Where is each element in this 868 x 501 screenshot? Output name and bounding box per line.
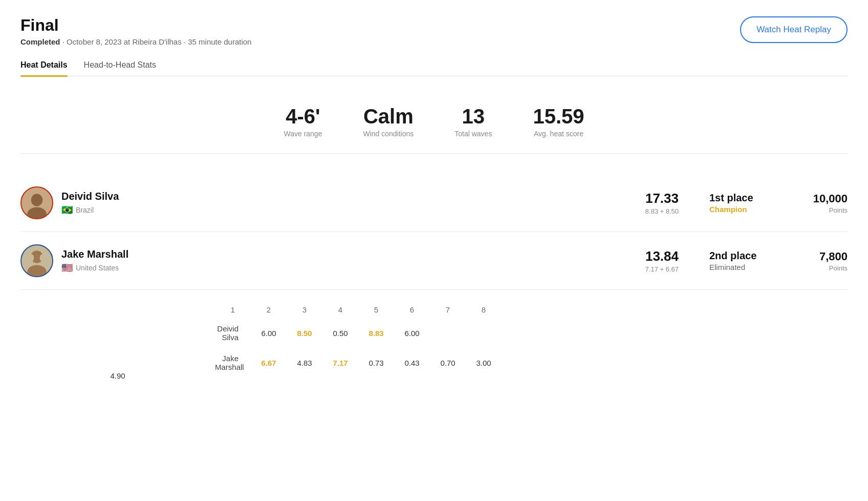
jake-wave-1: 6.67 [251, 359, 287, 367]
deivid-wave-3: 0.50 [322, 329, 358, 338]
heat-total-deivid: 17.33 [645, 191, 679, 206]
place-label-deivid: 1st place [709, 192, 771, 204]
wave-col-8: 8 [466, 305, 502, 314]
points-block-deivid: 10,000 Points [801, 192, 848, 214]
points-value-jake: 7,800 [801, 250, 848, 263]
heat-breakdown-deivid: 8.83 + 8.50 [645, 207, 679, 215]
avatar-jake [20, 244, 53, 277]
wave-range-label: Wave range [284, 130, 322, 138]
surfer-info-jake: Jake Marshall 🇺🇸 United States [20, 244, 645, 277]
svg-point-7 [40, 254, 46, 262]
status-text: Completed [20, 37, 60, 46]
wave-name-deivid: Deivid Silva [215, 324, 251, 342]
points-label-jake: Points [801, 264, 848, 272]
place-block-deivid: 1st place Champion [709, 192, 771, 214]
surfer-country-deivid: 🇧🇷 Brazil [61, 204, 119, 216]
header-left: Final Completed · October 8, 2023 at Rib… [20, 16, 251, 46]
wave-col-4: 4 [322, 305, 358, 314]
avatar-deivid-svg [21, 186, 52, 219]
deivid-wave-1: 6.00 [251, 329, 287, 338]
stats-row: 4-6' Wave range Calm Wind conditions 13 … [20, 95, 848, 154]
subtitle-separator2: at [124, 37, 133, 46]
points-label-deivid: Points [801, 206, 848, 214]
surfer-row-jake: Jake Marshall 🇺🇸 United States 13.84 7.1… [20, 232, 848, 290]
wind-conditions-label: Wind conditions [363, 130, 414, 138]
page-header: Final Completed · October 8, 2023 at Rib… [20, 16, 848, 46]
place-label-jake: 2nd place [709, 250, 771, 262]
country-name-deivid: Brazil [76, 206, 94, 214]
total-waves-value: 13 [454, 105, 492, 128]
surfer-name-deivid: Deivid Silva [61, 191, 119, 202]
stat-wind-conditions: Calm Wind conditions [363, 105, 414, 138]
svg-point-1 [31, 194, 43, 206]
jake-wave-7: 3.00 [466, 359, 502, 367]
subtitle-separator: · [62, 37, 67, 46]
wave-col-5: 5 [358, 305, 394, 314]
stat-avg-heat-score: 15.59 Avg. heat score [533, 105, 584, 138]
deivid-wave-5: 6.00 [394, 329, 430, 338]
heat-total-jake: 13.84 [645, 248, 679, 264]
wave-col-2: 2 [251, 305, 287, 314]
wave-row-jake: Jake Marshall 6.67 4.83 7.17 0.73 0.43 0… [20, 348, 848, 386]
avg-heat-score-label: Avg. heat score [533, 130, 584, 138]
event-location: Ribeira D'ilhas [132, 37, 181, 46]
eliminated-label-jake: Eliminated [709, 263, 771, 272]
champion-label-deivid: Champion [709, 205, 771, 214]
surfer-info-deivid: Deivid Silva 🇧🇷 Brazil [20, 186, 645, 219]
surfer-country-jake: 🇺🇸 United States [61, 262, 128, 274]
jake-wave-8: 4.90 [20, 371, 215, 380]
jake-wave-3: 7.17 [322, 359, 358, 367]
jake-wave-5: 0.43 [394, 359, 430, 367]
flag-deivid: 🇧🇷 [61, 204, 73, 216]
surfer-name-jake: Jake Marshall [61, 248, 128, 260]
deivid-wave-4: 8.83 [358, 329, 394, 338]
country-name-jake: United States [76, 264, 119, 272]
jake-wave-2: 4.83 [287, 359, 322, 367]
heat-score-deivid: 17.33 8.83 + 8.50 [645, 191, 679, 215]
wave-table-header: 1 2 3 4 5 6 7 8 [20, 305, 848, 314]
avatar-wrapper-deivid [20, 186, 53, 219]
place-block-jake: 2nd place Eliminated [709, 250, 771, 272]
surfer-details-jake: Jake Marshall 🇺🇸 United States [61, 248, 128, 274]
stat-total-waves: 13 Total waves [454, 105, 492, 138]
tab-heat-details[interactable]: Heat Details [20, 60, 68, 76]
surfer-row-deivid: Deivid Silva 🇧🇷 Brazil 17.33 8.83 + 8.50… [20, 174, 848, 232]
wave-col-1: 1 [215, 305, 251, 314]
subtitle-separator3: · [184, 37, 188, 46]
stat-wave-range: 4-6' Wave range [284, 105, 322, 138]
surfer-scores-jake: 13.84 7.17 + 6.67 2nd place Eliminated 7… [645, 248, 848, 273]
surfer-details-deivid: Deivid Silva 🇧🇷 Brazil [61, 191, 119, 216]
wave-range-value: 4-6' [284, 105, 322, 128]
avatar-wrapper-jake [20, 244, 53, 277]
jake-wave-6: 0.70 [430, 359, 466, 367]
tab-head-to-head[interactable]: Head-to-Head Stats [84, 60, 156, 76]
surfer-scores-deivid: 17.33 8.83 + 8.50 1st place Champion 10,… [645, 191, 848, 215]
wave-col-6: 6 [394, 305, 430, 314]
heat-score-jake: 13.84 7.17 + 6.67 [645, 248, 679, 273]
wave-table: 1 2 3 4 5 6 7 8 Deivid Silva 6.00 8.50 0… [20, 305, 848, 386]
flag-jake: 🇺🇸 [61, 262, 73, 274]
wind-conditions-value: Calm [363, 105, 414, 128]
event-duration: 35 minute duration [188, 37, 251, 46]
wave-row-deivid: Deivid Silva 6.00 8.50 0.50 8.83 6.00 [20, 318, 848, 348]
avg-heat-score-value: 15.59 [533, 105, 584, 128]
page-title: Final [20, 16, 251, 34]
wave-col-7: 7 [430, 305, 466, 314]
event-date: October 8, 2023 [67, 37, 122, 46]
subtitle: Completed · October 8, 2023 at Ribeira D… [20, 37, 251, 46]
points-value-deivid: 10,000 [801, 192, 848, 205]
watch-heat-replay-button[interactable]: Watch Heat Replay [740, 16, 848, 43]
svg-point-6 [28, 254, 34, 262]
total-waves-label: Total waves [454, 130, 492, 138]
avatar-deivid [20, 186, 53, 219]
heat-breakdown-jake: 7.17 + 6.67 [645, 265, 679, 273]
jake-wave-4: 0.73 [358, 359, 394, 367]
wave-col-3: 3 [287, 305, 322, 314]
tabs-container: Heat Details Head-to-Head Stats [20, 60, 848, 76]
avatar-jake-svg [21, 244, 52, 277]
points-block-jake: 7,800 Points [801, 250, 848, 272]
wave-name-jake: Jake Marshall [215, 354, 251, 371]
deivid-wave-2: 8.50 [287, 329, 322, 338]
